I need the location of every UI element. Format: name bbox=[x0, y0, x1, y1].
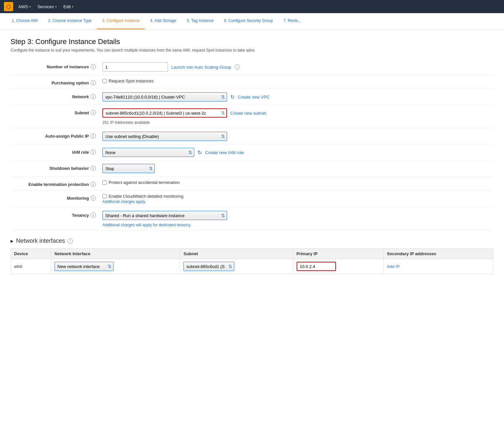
subnet-select[interactable]: subnet-885c6cd1(10.0.2.0/24) | Subnet3 |… bbox=[102, 108, 227, 118]
iam-select-wrapper: None ⇅ bbox=[102, 148, 194, 157]
create-subnet-link[interactable]: Create new subnet bbox=[230, 111, 266, 116]
monitoring-charges-link[interactable]: Additional charges apply. bbox=[102, 199, 183, 204]
collapse-icon[interactable]: ▶ bbox=[10, 239, 13, 243]
tenancy-select[interactable]: Shared - Run a shared hardware instance bbox=[102, 211, 227, 220]
tab-configure-security-group[interactable]: 6. Configure Security Group bbox=[219, 13, 278, 30]
nav-services-chevron: ▾ bbox=[55, 5, 57, 9]
form-row-subnet: Subnet i subnet-885c6cd1(10.0.2.0/24) | … bbox=[10, 105, 494, 128]
aws-logo[interactable]: ⬡ bbox=[4, 2, 13, 11]
tab-7-num: 7. bbox=[284, 18, 287, 23]
primary-ip-input[interactable] bbox=[297, 262, 336, 271]
instances-label-text: Number of instances bbox=[47, 64, 89, 69]
add-ip-link[interactable]: Add IP bbox=[387, 264, 400, 269]
create-iam-link[interactable]: Create new IAM role bbox=[205, 150, 244, 155]
monitoring-checkbox[interactable] bbox=[102, 194, 107, 198]
launch-scaling-group-link[interactable]: Launch into Auto Scaling Group bbox=[171, 65, 231, 70]
tab-5-label: Tag Instance bbox=[191, 18, 214, 23]
iam-controls: None ⇅ ↻ Create new IAM role bbox=[102, 148, 494, 157]
network-select[interactable]: vpc-74e81110 (10.0.0.0/16) | Cluster-VPC bbox=[102, 92, 227, 101]
subnet-select-wrapper: subnet-885c6cd1(10.0.2.0/24) | Subnet3 |… bbox=[102, 108, 227, 118]
purchasing-label-text: Purchasing option bbox=[52, 80, 89, 85]
nav-services-label: Services bbox=[37, 4, 54, 9]
tab-tag-instance[interactable]: 5. Tag Instance bbox=[181, 13, 219, 30]
page-title: Step 3: Configure Instance Details bbox=[10, 37, 494, 46]
auto-assign-controls: Use subnet setting (Disable) ⇅ bbox=[102, 132, 494, 141]
instances-input[interactable] bbox=[102, 62, 168, 72]
form-row-purchasing: Purchasing option i Request Spot instanc… bbox=[10, 75, 494, 89]
tab-6-label: Configure Security Group bbox=[228, 18, 273, 23]
termination-info-icon[interactable]: i bbox=[91, 182, 96, 187]
create-vpc-link[interactable]: Create new VPC bbox=[238, 95, 270, 100]
auto-assign-info-icon[interactable]: i bbox=[91, 133, 96, 139]
table-row: eth0 New network interface ⇅ subnet-885c… bbox=[11, 259, 494, 274]
tab-7-label: Revie... bbox=[288, 18, 301, 23]
network-interfaces-info-icon[interactable]: i bbox=[68, 238, 73, 244]
tab-choose-ami[interactable]: 1. Choose AMI bbox=[7, 13, 43, 30]
nav-aws-label: AWS bbox=[18, 4, 28, 9]
shutdown-info-icon[interactable]: i bbox=[91, 166, 96, 171]
purchasing-info-icon[interactable]: i bbox=[91, 80, 96, 85]
ni-interface-select-wrapper: New network interface ⇅ bbox=[54, 262, 114, 271]
termination-checkbox[interactable] bbox=[102, 180, 107, 185]
ni-table-body: eth0 New network interface ⇅ subnet-885c… bbox=[11, 259, 494, 274]
subnet-info-icon[interactable]: i bbox=[91, 110, 96, 115]
ni-subnet-select-wrapper: subnet-885c6cd1 (S ⇅ bbox=[183, 262, 234, 271]
ni-subnet-select[interactable]: subnet-885c6cd1 (S bbox=[183, 262, 234, 271]
row-network-interface: New network interface ⇅ bbox=[51, 259, 180, 274]
tenancy-info-icon[interactable]: i bbox=[91, 213, 96, 218]
network-refresh-icon[interactable]: ↻ bbox=[230, 94, 235, 100]
monitoring-info-icon[interactable]: i bbox=[91, 195, 96, 201]
shutdown-label-text: Shutdown behavior bbox=[49, 166, 89, 171]
auto-assign-select[interactable]: Use subnet setting (Disable) bbox=[102, 132, 227, 141]
termination-checkbox-label[interactable]: Protect against accidental termination bbox=[102, 180, 180, 185]
form-row-network: Network i vpc-74e81110 (10.0.0.0/16) | C… bbox=[10, 89, 494, 105]
scaling-group-info-icon[interactable]: i bbox=[235, 64, 240, 70]
tab-5-num: 5. bbox=[187, 18, 190, 23]
subnet-label: Subnet i bbox=[10, 108, 102, 115]
tenancy-note-link[interactable]: Additional charges will apply for dedica… bbox=[102, 223, 227, 227]
ip-available-text: 251 IP Addresses available bbox=[102, 120, 266, 125]
nav-edit[interactable]: Edit ▾ bbox=[60, 0, 77, 13]
row-secondary-ip: Add IP bbox=[384, 259, 494, 274]
col-subnet: Subnet bbox=[180, 249, 293, 259]
tab-3-num: 3. bbox=[102, 18, 105, 23]
tab-1-num: 1. bbox=[12, 18, 15, 23]
ni-interface-select[interactable]: New network interface bbox=[54, 262, 114, 271]
spot-instances-label: Request Spot instances bbox=[109, 78, 154, 83]
tab-choose-instance-type[interactable]: 2. Choose Instance Type bbox=[43, 13, 97, 30]
spot-instances-checkbox-label[interactable]: Request Spot instances bbox=[102, 78, 154, 83]
nav-edit-label: Edit bbox=[63, 4, 71, 9]
monitoring-checkbox-label[interactable]: Enable CloudWatch detailed monitoring bbox=[102, 194, 183, 199]
form-row-auto-assign: Auto-assign Public IP i Use subnet setti… bbox=[10, 128, 494, 145]
network-info-icon[interactable]: i bbox=[91, 94, 96, 99]
nav-aws[interactable]: AWS ▾ bbox=[15, 0, 34, 13]
aws-logo-icon: ⬡ bbox=[6, 4, 11, 10]
tab-configure-instance[interactable]: 3. Configure Instance bbox=[97, 13, 145, 30]
monitoring-label-text: Monitoring bbox=[67, 196, 89, 201]
purchasing-label: Purchasing option i bbox=[10, 78, 102, 85]
shutdown-select[interactable]: Stop bbox=[102, 164, 155, 173]
form-row-tenancy: Tenancy i Shared - Run a shared hardware… bbox=[10, 208, 494, 231]
nav-services[interactable]: Services ▾ bbox=[34, 0, 60, 13]
col-primary-ip: Primary IP bbox=[293, 249, 384, 259]
form-row-termination: Enable termination protection i Protect … bbox=[10, 177, 494, 191]
instances-info-icon[interactable]: i bbox=[91, 64, 96, 69]
tab-review[interactable]: 7. Revie... bbox=[278, 13, 306, 30]
iam-refresh-icon[interactable]: ↻ bbox=[198, 149, 202, 156]
ni-table-header: Device Network Interface Subnet Primary … bbox=[11, 249, 494, 259]
spot-instances-checkbox[interactable] bbox=[102, 79, 107, 83]
iam-info-icon[interactable]: i bbox=[91, 149, 96, 155]
row-device: eth0 bbox=[11, 259, 51, 274]
tab-3-label: Configure Instance bbox=[107, 18, 140, 23]
auto-assign-label: Auto-assign Public IP i bbox=[10, 132, 102, 139]
purchasing-controls: Request Spot instances bbox=[102, 78, 494, 83]
network-interfaces-title: Network interfaces bbox=[16, 237, 65, 244]
tab-add-storage[interactable]: 4. Add Storage bbox=[145, 13, 181, 30]
page-description: Configure the instance to suit your requ… bbox=[10, 48, 494, 53]
iam-select[interactable]: None bbox=[102, 148, 194, 157]
tab-6-num: 6. bbox=[224, 18, 227, 23]
iam-label-text: IAM role bbox=[72, 150, 89, 155]
form-row-iam: IAM role i None ⇅ ↻ Create new IAM role bbox=[10, 145, 494, 161]
subnet-label-text: Subnet bbox=[74, 110, 89, 115]
instances-label: Number of instances i bbox=[10, 62, 102, 69]
